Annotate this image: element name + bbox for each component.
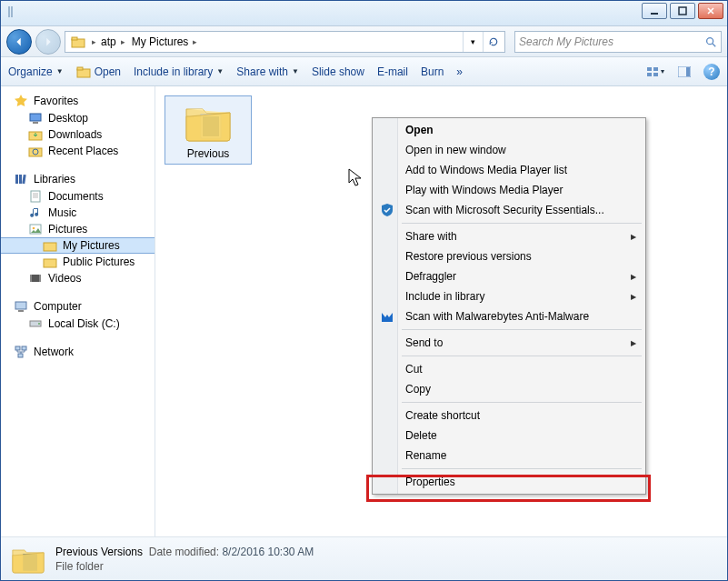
svg-rect-8 — [653, 67, 658, 71]
help-button[interactable]: ? — [703, 64, 720, 80]
organize-button[interactable]: Organize▼ — [8, 65, 64, 78]
svg-rect-25 — [44, 259, 56, 267]
svg-point-23 — [33, 227, 35, 230]
include-in-library-button[interactable]: Include in library▼ — [134, 65, 224, 78]
sidebar-item-downloads[interactable]: Downloads — [1, 126, 155, 143]
toolbar-overflow-button[interactable]: » — [456, 65, 464, 78]
sidebar-item-my-pictures[interactable]: My Pictures — [1, 237, 155, 254]
context-delete[interactable]: Delete — [374, 426, 643, 446]
refresh-button[interactable] — [483, 32, 503, 52]
maximize-button[interactable] — [670, 3, 695, 19]
back-button[interactable] — [6, 29, 32, 55]
svg-rect-12 — [686, 67, 690, 76]
svg-point-32 — [38, 323, 40, 325]
sidebar-item-local-disk[interactable]: Local Disk (C:) — [1, 316, 155, 332]
context-add-wmp[interactable]: Add to Windows Media Player list — [374, 160, 643, 180]
open-button[interactable]: Open — [76, 65, 121, 79]
sidebar-item-desktop[interactable]: Desktop — [1, 110, 155, 126]
slideshow-button[interactable]: Slide show — [312, 65, 364, 78]
context-open-new-window[interactable]: Open in new window — [374, 140, 643, 160]
context-properties[interactable]: Properties — [374, 472, 643, 492]
svg-rect-13 — [30, 114, 41, 121]
svg-rect-24 — [44, 243, 56, 251]
svg-rect-21 — [31, 191, 40, 202]
computer-group[interactable]: Computer — [1, 297, 155, 316]
navbar: ▸ atp▸ My Pictures▸ ▾ Search My Pictures — [1, 26, 727, 57]
context-rename[interactable]: Rename — [374, 446, 643, 466]
libraries-group[interactable]: Libraries — [1, 170, 155, 188]
svg-rect-7 — [647, 67, 652, 71]
chevron-right-icon[interactable]: ▸ — [89, 37, 99, 46]
context-defraggler[interactable]: Defraggler — [374, 266, 643, 286]
svg-rect-34 — [22, 346, 26, 350]
forward-button[interactable] — [35, 29, 61, 55]
minimize-button[interactable] — [642, 3, 667, 19]
svg-rect-28 — [39, 275, 41, 282]
search-placeholder: Search My Pictures — [519, 35, 613, 48]
svg-rect-19 — [19, 175, 22, 184]
svg-rect-35 — [18, 354, 23, 357]
sidebar-item-videos[interactable]: Videos — [1, 270, 155, 286]
navigation-pane: Favorites Desktop Downloads Recent Place… — [1, 86, 155, 536]
close-button[interactable] — [698, 3, 723, 19]
content-pane[interactable]: Previous Open Open in new window Add to … — [155, 86, 727, 536]
sidebar-item-recent[interactable]: Recent Places — [1, 143, 155, 159]
svg-rect-29 — [15, 302, 26, 309]
network-group[interactable]: Network — [1, 343, 155, 361]
preview-pane-button[interactable] — [674, 63, 694, 81]
context-share-with[interactable]: Share with — [374, 226, 643, 246]
svg-rect-1 — [679, 7, 686, 15]
sidebar-item-pictures[interactable]: Pictures — [1, 221, 155, 237]
folder-item-previous-versions[interactable]: Previous — [165, 95, 252, 165]
address-dropdown-button[interactable]: ▾ — [463, 32, 483, 52]
svg-rect-10 — [653, 73, 658, 76]
context-restore-previous[interactable]: Restore previous versions — [374, 246, 643, 266]
context-create-shortcut[interactable]: Create shortcut — [374, 406, 643, 426]
sidebar-item-documents[interactable]: Documents — [1, 188, 155, 205]
view-options-button[interactable] — [645, 63, 665, 81]
breadcrumb-seg1[interactable]: atp▸ — [99, 32, 130, 52]
address-bar[interactable]: ▸ atp▸ My Pictures▸ ▾ — [65, 31, 505, 53]
toolbar: Organize▼ Open Include in library▼ Share… — [1, 57, 727, 86]
context-open[interactable]: Open — [374, 120, 643, 140]
svg-point-4 — [707, 37, 713, 44]
sidebar-item-music[interactable]: Music — [1, 205, 155, 221]
details-pane: Previous Versions Date modified: 8/2/201… — [1, 536, 727, 580]
titlebar — [1, 1, 727, 26]
details-modified-value: 8/2/2016 10:30 AM — [222, 546, 314, 558]
context-include-in-library[interactable]: Include in library — [374, 286, 643, 306]
burn-button[interactable]: Burn — [421, 65, 444, 78]
folder-label: Previous — [187, 147, 230, 160]
search-input[interactable]: Search My Pictures — [514, 31, 722, 53]
svg-rect-14 — [33, 122, 38, 124]
favorites-group[interactable]: Favorites — [1, 92, 155, 110]
details-modified-label: Date modified: — [149, 546, 219, 558]
context-send-to[interactable]: Send to — [374, 333, 643, 353]
svg-rect-27 — [30, 275, 32, 282]
share-with-button[interactable]: Share with▼ — [236, 65, 299, 78]
details-name: Previous Versions — [55, 546, 143, 558]
svg-rect-3 — [72, 37, 77, 40]
svg-rect-0 — [651, 13, 658, 15]
shield-icon — [380, 203, 394, 217]
svg-rect-33 — [15, 346, 20, 350]
search-icon — [704, 35, 717, 48]
svg-rect-6 — [77, 67, 83, 70]
malwarebytes-icon — [380, 309, 394, 324]
breadcrumb-seg2[interactable]: My Pictures▸ — [130, 32, 203, 52]
email-button[interactable]: E-mail — [377, 65, 408, 78]
sidebar-item-public-pictures[interactable]: Public Pictures — [1, 254, 155, 270]
cursor-icon — [348, 168, 364, 188]
details-type: File folder — [55, 560, 314, 573]
svg-rect-18 — [15, 175, 18, 184]
context-scan-malwarebytes[interactable]: Scan with Malwarebytes Anti-Malware — [374, 306, 643, 326]
context-copy[interactable]: Copy — [374, 379, 643, 399]
folder-icon — [71, 35, 85, 49]
svg-rect-30 — [18, 310, 24, 312]
context-cut[interactable]: Cut — [374, 359, 643, 379]
context-play-wmp[interactable]: Play with Windows Media Player — [374, 180, 643, 200]
svg-rect-20 — [22, 175, 25, 184]
svg-rect-9 — [647, 73, 652, 76]
context-scan-mse[interactable]: Scan with Microsoft Security Essentials.… — [374, 200, 643, 220]
folder-icon — [10, 543, 46, 576]
